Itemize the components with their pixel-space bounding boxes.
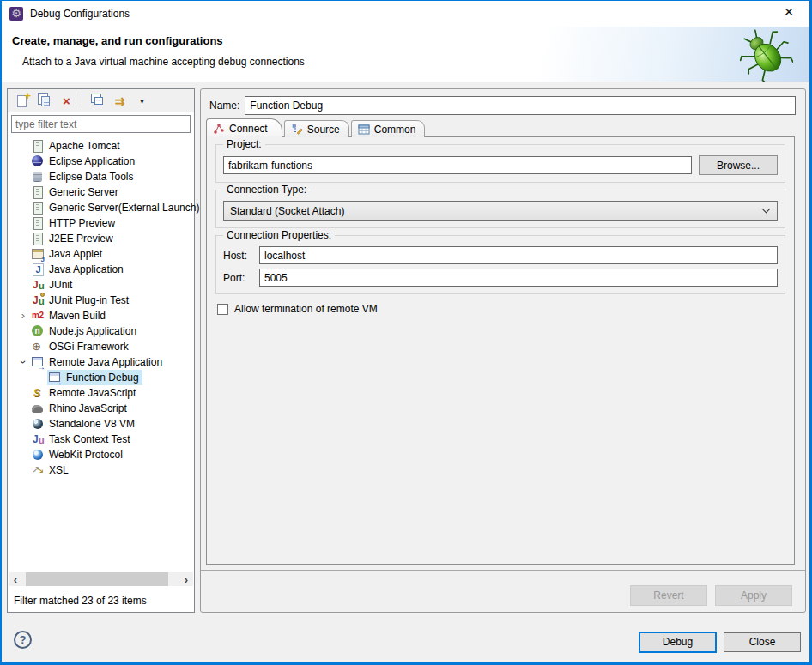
- dialog-gear-icon: ⚙: [9, 7, 23, 21]
- chevron-down-icon: [762, 205, 771, 214]
- server-icon: [31, 201, 45, 215]
- tree-item-j2ee-preview[interactable]: J2EE Preview: [8, 231, 194, 246]
- database-icon: [31, 170, 45, 184]
- configuration-tree: Apache Tomcat Eclipse Application Eclips…: [8, 136, 194, 478]
- filter-configurations-icon[interactable]: ⇉: [112, 94, 127, 108]
- maven-icon: [31, 309, 45, 323]
- tab-bar: Connect Source Common: [206, 118, 427, 137]
- horizontal-scrollbar[interactable]: ‹ ›: [9, 572, 193, 586]
- eclipse-icon: [31, 154, 45, 168]
- allow-termination-label: Allow termination of remote VM: [234, 303, 378, 315]
- connect-icon: [213, 123, 225, 135]
- connect-tab-content: Project: Browse... Connection Type: Stan…: [206, 136, 795, 565]
- project-group-label: Project:: [223, 138, 265, 150]
- server-icon: [31, 185, 45, 199]
- scroll-left-icon[interactable]: ‹: [9, 573, 22, 586]
- window-close-icon[interactable]: ×: [773, 0, 805, 26]
- tab-connect[interactable]: Connect: [206, 118, 282, 137]
- help-icon[interactable]: ?: [14, 631, 32, 649]
- connection-type-select[interactable]: Standard (Socket Attach): [223, 201, 778, 221]
- port-input[interactable]: [259, 269, 778, 287]
- tree-item-generic-server[interactable]: Generic Server: [8, 184, 194, 200]
- connection-type-group-label: Connection Type:: [223, 184, 310, 196]
- scrollbar-thumb[interactable]: [26, 572, 168, 586]
- project-group: Project: Browse...: [215, 144, 785, 183]
- new-configuration-icon[interactable]: [15, 94, 29, 108]
- remote-javascript-icon: [31, 386, 45, 400]
- expand-chevron-icon[interactable]: [16, 310, 30, 322]
- tree-item-java-application[interactable]: Java Application: [8, 262, 194, 277]
- tree-item-http-preview[interactable]: HTTP Preview: [8, 215, 194, 231]
- tree-item-webkit-protocol[interactable]: WebKit Protocol: [8, 447, 194, 462]
- tree-toolbar: × ⇉ ▾: [8, 89, 194, 112]
- menu-caret-icon[interactable]: ▾: [135, 94, 149, 108]
- browse-button[interactable]: Browse...: [699, 155, 778, 175]
- close-button[interactable]: Close: [724, 632, 801, 652]
- tree-item-eclipse-application[interactable]: Eclipse Application: [8, 154, 194, 169]
- tree-item-function-debug[interactable]: Function Debug: [8, 370, 194, 385]
- task-context-icon: [31, 432, 45, 446]
- debug-button[interactable]: Debug: [639, 632, 717, 653]
- configuration-tree-panel: × ⇉ ▾ Apache Tomcat Eclipse Application …: [7, 88, 195, 613]
- delete-configuration-icon[interactable]: ×: [59, 94, 74, 108]
- project-input[interactable]: [223, 156, 692, 174]
- connection-properties-group: Connection Properties: Host: Port:: [215, 235, 785, 294]
- toolbar-divider: [82, 94, 82, 108]
- tree-item-remote-java-application[interactable]: Remote Java Application: [8, 354, 194, 370]
- debug-configurations-dialog: ⚙ Debug Configurations × Create, manage,…: [0, 0, 812, 665]
- v8-icon: [31, 417, 45, 431]
- duplicate-configuration-icon[interactable]: [37, 94, 52, 108]
- server-icon: [31, 139, 45, 153]
- allow-termination-checkbox[interactable]: [217, 304, 228, 315]
- host-label: Host:: [223, 250, 252, 262]
- tree-item-java-applet[interactable]: Java Applet: [8, 246, 194, 262]
- host-input[interactable]: [259, 246, 778, 264]
- java-application-icon: [31, 263, 45, 276]
- tree-item-remote-javascript[interactable]: Remote JavaScript: [8, 385, 194, 401]
- scrollbar-track[interactable]: [22, 572, 179, 586]
- button-bar-separator: [201, 570, 805, 571]
- tab-common[interactable]: Common: [351, 120, 426, 137]
- connection-type-group: Connection Type: Standard (Socket Attach…: [215, 190, 785, 228]
- name-label: Name:: [209, 100, 239, 112]
- tree-item-junit-plugin-test[interactable]: JUnit Plug-in Test: [8, 293, 194, 308]
- tree-item-maven-build[interactable]: Maven Build: [8, 308, 194, 323]
- tree-item-osgi-framework[interactable]: OSGi Framework: [8, 339, 194, 354]
- apply-button[interactable]: Apply: [715, 585, 792, 606]
- filter-status-text: Filter matched 23 of 23 items: [14, 595, 147, 607]
- collapse-chevron-icon[interactable]: [16, 356, 30, 368]
- name-input[interactable]: [245, 96, 796, 115]
- scroll-right-icon[interactable]: ›: [179, 573, 193, 586]
- server-icon: [31, 216, 45, 230]
- collapse-all-icon[interactable]: [90, 94, 105, 108]
- tree-item-rhino-javascript[interactable]: Rhino JavaScript: [8, 401, 194, 416]
- tree-item-generic-server-external[interactable]: Generic Server(External Launch): [8, 200, 194, 215]
- connection-properties-group-label: Connection Properties:: [223, 229, 335, 241]
- nodejs-icon: [31, 324, 45, 338]
- webkit-icon: [31, 448, 45, 462]
- tree-item-junit[interactable]: JUnit: [8, 277, 194, 293]
- osgi-icon: [31, 340, 45, 354]
- common-icon: [358, 124, 370, 136]
- connection-type-value: Standard (Socket Attach): [230, 205, 344, 217]
- titlebar[interactable]: ⚙ Debug Configurations ×: [0, 0, 812, 27]
- tree-item-apache-tomcat[interactable]: Apache Tomcat: [8, 138, 194, 154]
- xsl-icon: [31, 463, 45, 477]
- tree-item-standalone-v8-vm[interactable]: Standalone V8 VM: [8, 416, 194, 432]
- tree-item-task-context-test[interactable]: Task Context Test: [8, 432, 194, 447]
- header-banner: Create, manage, and run configurations A…: [0, 27, 812, 82]
- tab-source[interactable]: Source: [284, 120, 349, 137]
- remote-java-icon: [48, 371, 62, 384]
- filter-input[interactable]: [11, 115, 191, 133]
- rhino-icon: [31, 402, 45, 415]
- java-applet-icon: [31, 247, 45, 261]
- port-label: Port:: [223, 272, 252, 284]
- revert-button[interactable]: Revert: [630, 585, 707, 606]
- banner-title: Create, manage, and run configurations: [12, 34, 223, 47]
- source-icon: [291, 124, 303, 136]
- tree-item-eclipse-data-tools[interactable]: Eclipse Data Tools: [8, 169, 194, 184]
- tree-item-nodejs-application[interactable]: Node.js Application: [8, 323, 194, 339]
- server-icon: [31, 232, 45, 245]
- banner-subtitle: Attach to a Java virtual machine accepti…: [22, 56, 305, 68]
- tree-item-xsl[interactable]: XSL: [8, 462, 194, 478]
